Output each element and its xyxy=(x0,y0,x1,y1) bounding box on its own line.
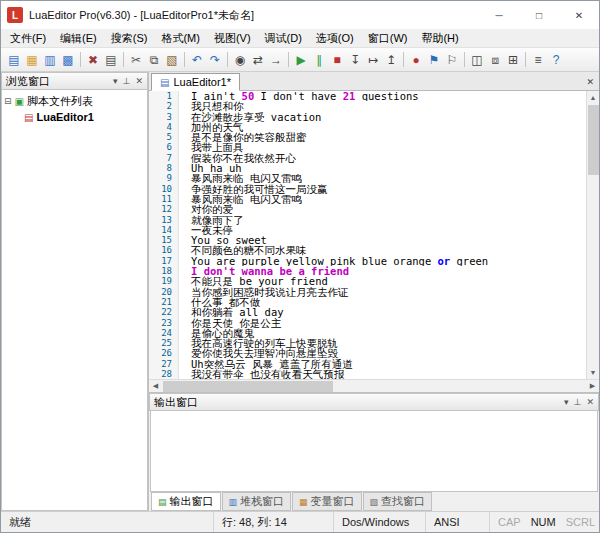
tree-root-row[interactable]: ⊟ ▣ 脚本文件列表 xyxy=(4,93,145,109)
menu-item[interactable]: 帮助(H) xyxy=(414,29,465,48)
cut-icon[interactable]: ✂ xyxy=(127,51,145,69)
dock-pin-icon[interactable]: ⊥ xyxy=(123,76,131,86)
code-line[interactable]: 9暴风雨来临 电闪又雷鸣 xyxy=(149,173,586,183)
copy-icon[interactable]: ⧉ xyxy=(145,51,163,69)
tree-item-label[interactable]: LuaEditor1 xyxy=(36,111,93,123)
output-tab-堆栈窗口[interactable]: ▥堆栈窗口 xyxy=(222,492,292,511)
dock-close-icon[interactable]: ✕ xyxy=(586,397,594,407)
find-next-icon[interactable]: → xyxy=(267,51,285,69)
toggle-bookmark-icon[interactable]: ⚑ xyxy=(425,51,443,69)
tree-item-luaeditor1[interactable]: ▤ LuaEditor1 xyxy=(24,109,145,125)
code-line[interactable]: 25我在高速行驶的列车上快要脱轨 xyxy=(149,338,586,348)
menu-item[interactable]: 选项(O) xyxy=(309,29,361,48)
vertical-scroll-thumb[interactable] xyxy=(588,105,599,175)
code-line[interactable]: 14一夜未停 xyxy=(149,225,586,235)
app-icon: L xyxy=(7,7,23,23)
replace-icon[interactable]: ⇄ xyxy=(249,51,267,69)
menu-item[interactable]: 搜索(S) xyxy=(104,29,155,48)
code-line[interactable]: 16不同颜色的糖不同水果味 xyxy=(149,245,586,255)
print-icon[interactable]: ▤ xyxy=(102,51,120,69)
help-icon[interactable]: ? xyxy=(547,51,565,69)
code-line[interactable]: 27Uh突然乌云 风暴 遮盖了所有通道 xyxy=(149,359,586,369)
code-line[interactable]: 13就像雨下了 xyxy=(149,215,586,225)
step-into-icon[interactable]: ↧ xyxy=(346,51,364,69)
output-tab-label: 查找窗口 xyxy=(381,494,425,509)
tile-windows-icon[interactable]: ⊞ xyxy=(504,51,522,69)
code-text: 是偷心的魔鬼 xyxy=(179,328,254,338)
menu-item[interactable]: 编辑(E) xyxy=(53,29,104,48)
code-line[interactable]: 4加州的天气 xyxy=(149,122,586,132)
code-line[interactable]: 11暴风雨来临 电闪又雷鸣 xyxy=(149,194,586,204)
menu-item[interactable]: 格式(M) xyxy=(154,29,207,48)
open-file-icon[interactable]: ▦ xyxy=(23,51,41,69)
pause-icon[interactable]: ∥ xyxy=(310,51,328,69)
dock-close-icon[interactable]: ✕ xyxy=(135,76,143,86)
vertical-scrollbar[interactable]: ▲ ▼ xyxy=(586,91,599,379)
line-number: 20 xyxy=(149,287,179,297)
cascade-windows-icon[interactable]: ⧈ xyxy=(486,51,504,69)
line-number: 24 xyxy=(149,328,179,338)
find-icon[interactable]: ◉ xyxy=(231,51,249,69)
code-line[interactable]: 22和你躺着 all day xyxy=(149,307,586,317)
output-content[interactable] xyxy=(150,411,598,492)
code-line[interactable]: 8Uh ha uh xyxy=(149,163,586,173)
close-file-icon[interactable]: ✖ xyxy=(84,51,102,69)
code-line[interactable]: 12对你的爱 xyxy=(149,204,586,214)
output-tab-输出窗口[interactable]: ▤输出窗口 xyxy=(151,492,221,511)
code-line[interactable]: 1I ain't 50 I don't have 21 questions xyxy=(149,91,586,101)
redo-icon[interactable]: ↷ xyxy=(206,51,224,69)
new-file-icon[interactable]: ▤ xyxy=(5,51,23,69)
code-line[interactable]: 6我带上面具 xyxy=(149,142,586,152)
maximize-button[interactable]: □ xyxy=(519,1,559,29)
dock-menu-icon[interactable]: ▾ xyxy=(113,76,118,86)
dock-pin-icon[interactable]: ⊥ xyxy=(574,397,582,407)
menu-item[interactable]: 视图(V) xyxy=(207,29,258,48)
code-line[interactable]: 24是偷心的魔鬼 xyxy=(149,328,586,338)
options-icon[interactable]: ≡ xyxy=(529,51,547,69)
tab-close-icon[interactable]: ✕ xyxy=(586,77,594,87)
run-icon[interactable]: ▶ xyxy=(292,51,310,69)
code-line[interactable]: 2我只想和你 xyxy=(149,101,586,111)
step-over-icon[interactable]: ↦ xyxy=(364,51,382,69)
tree-root-label[interactable]: 脚本文件列表 xyxy=(27,94,93,109)
menu-item[interactable]: 调试(D) xyxy=(258,29,309,48)
code-area[interactable]: 1I ain't 50 I don't have 21 questions2我只… xyxy=(149,91,586,379)
menu-item[interactable]: 文件(F) xyxy=(3,29,53,48)
toggle-breakpoint-icon[interactable]: ● xyxy=(407,51,425,69)
code-line[interactable]: 7假装你不在我依然开心 xyxy=(149,153,586,163)
save-file-icon[interactable]: ▥ xyxy=(41,51,59,69)
code-line[interactable]: 18I don't wanna be a friend xyxy=(149,266,586,276)
code-line[interactable]: 17You are purple yellow pink blue orange… xyxy=(149,256,586,266)
stop-icon[interactable]: ■ xyxy=(328,51,346,69)
scroll-right-icon[interactable]: ▶ xyxy=(586,380,599,393)
scroll-up-icon[interactable]: ▲ xyxy=(587,91,600,104)
code-line[interactable]: 15You so sweet xyxy=(149,235,586,245)
code-line[interactable]: 19不能只是 be your friend xyxy=(149,276,586,286)
code-line[interactable]: 28我没有带伞 也没有收看天气预报 xyxy=(149,369,586,379)
close-button[interactable]: ✕ xyxy=(559,1,599,29)
horizontal-scroll-thumb[interactable] xyxy=(163,381,333,392)
code-line[interactable]: 26爱你使我失去理智冲向悬崖坠毁 xyxy=(149,348,586,358)
save-all-icon[interactable]: ▩ xyxy=(59,51,77,69)
code-line[interactable]: 23你是天使 你是公主 xyxy=(149,318,586,328)
output-tab-变量窗口[interactable]: ▦变量窗口 xyxy=(292,492,362,511)
minimize-button[interactable]: ─ xyxy=(479,1,519,29)
horizontal-scrollbar[interactable]: ◀ ▶ xyxy=(149,379,599,392)
output-tab-查找窗口[interactable]: ▧查找窗口 xyxy=(363,492,433,511)
scroll-left-icon[interactable]: ◀ xyxy=(149,380,162,393)
split-window-icon[interactable]: ◫ xyxy=(468,51,486,69)
code-line[interactable]: 3在沙滩散步享受 vacation xyxy=(149,112,586,122)
code-line[interactable]: 5是不是像你的笑容般甜蜜 xyxy=(149,132,586,142)
code-line[interactable]: 10争强好胜的我可惜这一局没赢 xyxy=(149,184,586,194)
code-line[interactable]: 20当你感到困惑时我说让月亮去作证 xyxy=(149,287,586,297)
menu-item[interactable]: 窗口(W) xyxy=(361,29,415,48)
dock-menu-icon[interactable]: ▾ xyxy=(564,397,569,407)
next-bookmark-icon[interactable]: ⚐ xyxy=(443,51,461,69)
editor-tab[interactable]: ▤ LuaEditor1* xyxy=(151,73,240,91)
collapse-icon[interactable]: ⊟ xyxy=(4,96,12,106)
step-out-icon[interactable]: ↥ xyxy=(382,51,400,69)
code-line[interactable]: 21什么事 都不做 xyxy=(149,297,586,307)
paste-icon[interactable]: ▧ xyxy=(163,51,181,69)
undo-icon[interactable]: ↶ xyxy=(188,51,206,69)
scroll-down-icon[interactable]: ▼ xyxy=(587,366,600,379)
